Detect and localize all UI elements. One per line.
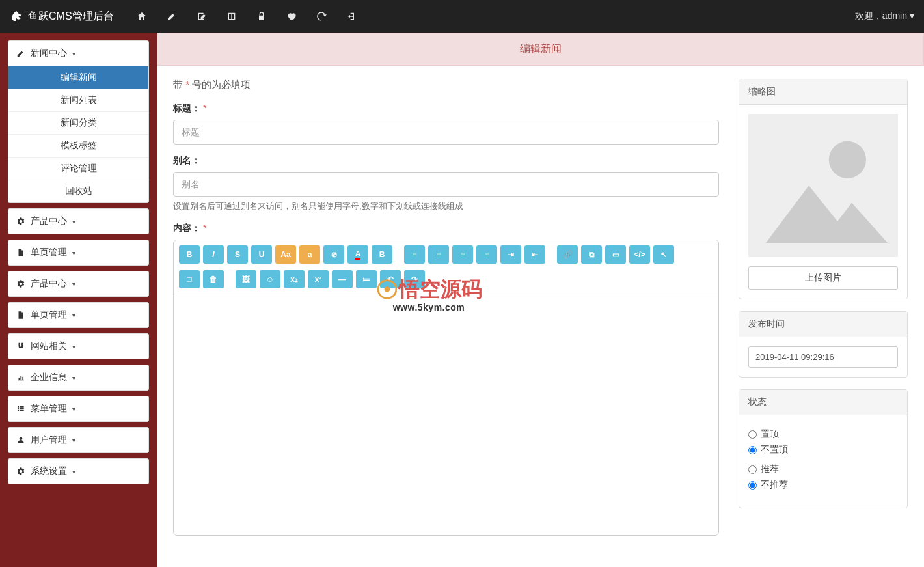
sidebar-group: 新闻中心 ▾编辑新闻新闻列表新闻分类模板标签评论管理回收站 — [8, 40, 149, 203]
caret-down-icon: ▾ — [72, 343, 75, 350]
fontcase-icon[interactable]: Aa — [275, 245, 296, 264]
align-left-icon[interactable]: ≡ — [404, 245, 425, 264]
sidebar-item[interactable]: 评论管理 — [8, 157, 148, 180]
image-placeholder-icon — [748, 114, 898, 257]
fontcolor-icon[interactable]: A — [347, 245, 368, 264]
caret-down-icon: ▾ — [72, 249, 75, 256]
fullscreen-icon[interactable]: □ — [179, 270, 200, 288]
sidebar-group: 系统设置 ▾ — [8, 458, 149, 484]
list-icon[interactable]: ≔ — [356, 270, 377, 288]
user-icon — [16, 436, 25, 445]
page-title: 编辑新闻 — [157, 33, 924, 66]
emoji-icon[interactable]: ☺ — [260, 270, 280, 288]
welcome-user[interactable]: 欢迎，admin▾ — [855, 10, 914, 22]
sidebar-group-header[interactable]: 产品中心 ▾ — [8, 271, 148, 296]
leaf-icon — [10, 10, 23, 23]
code-icon[interactable]: </> — [629, 245, 650, 264]
file-icon — [16, 311, 25, 320]
title-input[interactable] — [173, 120, 719, 145]
field-content: 内容： * B I S U Aa a ⎚ A B — [173, 223, 719, 536]
top-no-radio[interactable] — [748, 446, 757, 454]
alias-help: 设置别名后可通过别名来访问，别名只能使用字母,数字和下划线或连接线组成 — [173, 201, 719, 212]
logout-icon[interactable] — [346, 11, 357, 21]
superscript-icon[interactable]: x² — [308, 270, 329, 288]
sidebar-group-header[interactable]: 单页管理 ▾ — [8, 303, 148, 327]
editor-body[interactable]: ☉ 悟空源码 www.5kym.com — [174, 294, 718, 535]
alias-input[interactable] — [173, 172, 719, 197]
edit-icon — [16, 49, 25, 58]
bgcolor-icon[interactable]: B — [372, 245, 392, 264]
sidebar-item[interactable]: 编辑新闻 — [8, 66, 148, 89]
sidebar-item[interactable]: 模板标签 — [8, 134, 148, 157]
home-icon[interactable] — [137, 11, 147, 21]
sidebar-item[interactable]: 新闻分类 — [8, 111, 148, 134]
caret-down-icon: ▾ — [72, 281, 75, 288]
topbar-toolbar — [137, 11, 357, 21]
rec-yes-radio[interactable] — [748, 465, 757, 474]
unlink-icon[interactable]: ⧉ — [581, 245, 602, 264]
picture-icon[interactable]: 🖼 — [236, 270, 256, 288]
bar-icon — [16, 373, 25, 382]
thumbnail-placeholder — [748, 114, 898, 257]
sidebar-group-header[interactable]: 菜单管理 ▾ — [8, 396, 148, 421]
sidebar-group: 产品中心 ▾ — [8, 208, 149, 234]
field-title: 标题： * — [173, 103, 719, 145]
indent-icon[interactable]: ⇥ — [500, 245, 521, 264]
undo-icon[interactable]: ↶ — [380, 270, 401, 288]
rec-no-radio[interactable] — [748, 481, 757, 490]
hr-icon[interactable]: — — [332, 270, 353, 288]
sidebar-item[interactable]: 新闻列表 — [8, 89, 148, 111]
caret-down-icon: ▾ — [72, 312, 75, 319]
subscript-icon[interactable]: x₂ — [284, 270, 305, 288]
underline-icon[interactable]: U — [251, 245, 272, 264]
rich-editor: B I S U Aa a ⎚ A B ≡ ≡ ≡ — [173, 240, 719, 536]
file-icon — [16, 248, 25, 257]
columns-icon[interactable] — [226, 11, 237, 21]
sidebar-item[interactable]: 回收站 — [8, 180, 148, 202]
sidebar-group-header[interactable]: 用户管理 ▾ — [8, 428, 148, 452]
link-icon[interactable]: 🔗 — [557, 245, 578, 264]
upload-image-button[interactable]: 上传图片 — [748, 266, 898, 290]
sidebar-group: 用户管理 ▾ — [8, 427, 149, 453]
strike-icon[interactable]: S — [227, 245, 248, 264]
pencil-icon[interactable] — [167, 11, 177, 21]
align-justify-icon[interactable]: ≡ — [476, 245, 497, 264]
lock-icon[interactable] — [256, 11, 267, 21]
thumbnail-panel: 缩略图 上传图片 — [739, 79, 908, 299]
clear-icon[interactable]: ⎚ — [323, 245, 344, 264]
arrow-icon[interactable]: ↖ — [653, 245, 674, 264]
sidebar-group-header[interactable]: 系统设置 ▾ — [8, 459, 148, 484]
sidebar-group-header[interactable]: 新闻中心 ▾ — [8, 41, 148, 66]
sidebar-group-header[interactable]: 网站相关 ▾ — [8, 334, 148, 359]
caret-down-icon: ▾ — [72, 468, 75, 475]
sidebar-group-header[interactable]: 单页管理 ▾ — [8, 240, 148, 265]
sidebar-group-header[interactable]: 产品中心 ▾ — [8, 209, 148, 234]
sidebar: 新闻中心 ▾编辑新闻新闻列表新闻分类模板标签评论管理回收站产品中心 ▾单页管理 … — [0, 33, 157, 567]
sidebar-group-header[interactable]: 企业信息 ▾ — [8, 365, 148, 390]
align-right-icon[interactable]: ≡ — [452, 245, 473, 264]
italic-icon[interactable]: I — [203, 245, 224, 264]
redo-icon[interactable]: ↷ — [404, 270, 425, 288]
gear-icon — [16, 467, 25, 476]
refresh-icon[interactable] — [316, 11, 327, 21]
heart-icon[interactable] — [286, 11, 297, 21]
status-panel: 状态 置顶 不置顶 推荐 — [739, 389, 908, 508]
editor-toolbar: B I S U Aa a ⎚ A B ≡ ≡ ≡ — [174, 240, 718, 294]
gears-icon — [16, 217, 25, 226]
top-yes-radio[interactable] — [748, 430, 757, 439]
magnet-icon — [16, 342, 25, 351]
svg-point-1 — [829, 141, 866, 178]
trash-icon[interactable]: 🗑 — [203, 270, 224, 288]
pubtime-panel: 发布时间 — [739, 311, 908, 378]
sidebar-group: 产品中心 ▾ — [8, 271, 149, 297]
bold-icon[interactable]: B — [179, 245, 200, 264]
outdent-icon[interactable]: ⇤ — [524, 245, 545, 264]
fontsize-icon[interactable]: a — [299, 245, 320, 264]
caret-down-icon: ▾ — [72, 218, 75, 225]
pubtime-input[interactable] — [748, 346, 898, 368]
caret-down-icon: ▾ — [72, 406, 75, 413]
image-icon[interactable]: ▭ — [605, 245, 626, 264]
topbar: 鱼跃CMS管理后台 欢迎，admin▾ — [0, 0, 924, 33]
edit-square-icon[interactable] — [197, 11, 207, 21]
align-center-icon[interactable]: ≡ — [428, 245, 449, 264]
